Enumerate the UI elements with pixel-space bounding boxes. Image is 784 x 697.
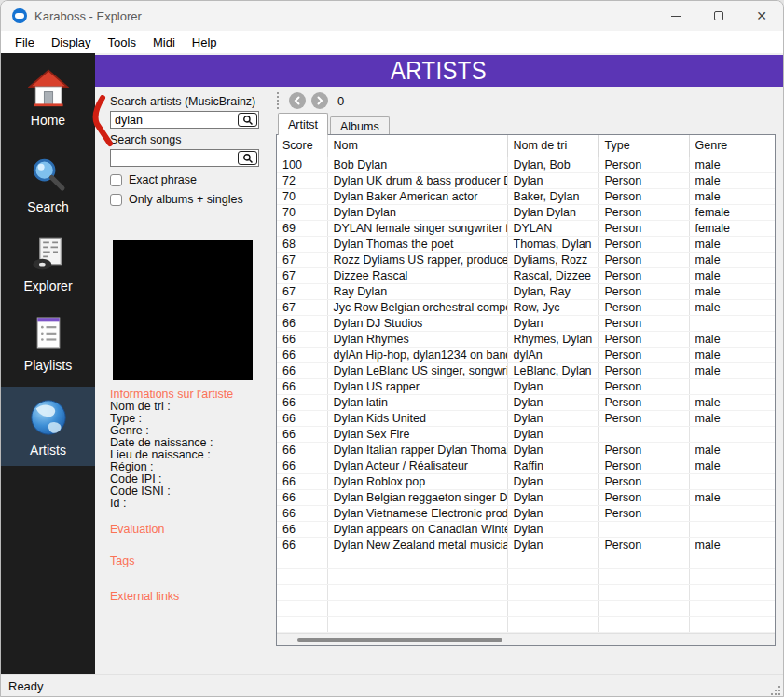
empty-row xyxy=(277,568,775,584)
tab-artist[interactable]: Artitst xyxy=(278,113,328,135)
menu-file[interactable]: File xyxy=(7,33,43,52)
table-row[interactable]: 68Dylan Thomas the poetThomas, DylanPers… xyxy=(277,236,775,252)
table-row[interactable]: 66Dylan appears on Canadian Winter's t..… xyxy=(277,521,775,537)
sidebar-item-label: Playlists xyxy=(24,358,72,373)
exact-phrase-checkbox[interactable] xyxy=(110,174,122,186)
info-field: Code ISNI : xyxy=(110,485,274,498)
search-artists-button[interactable] xyxy=(238,113,257,127)
status-text: Ready xyxy=(8,679,44,693)
sidebar: Home Search xyxy=(1,53,95,674)
search-artists-input[interactable] xyxy=(111,112,238,128)
status-bar: Ready xyxy=(1,674,783,697)
column-header-nom-de-tri[interactable]: Nom de tri xyxy=(507,135,598,157)
horizontal-scrollbar[interactable] xyxy=(277,633,775,645)
exact-phrase-option[interactable]: Exact phrase xyxy=(110,173,274,186)
back-button[interactable] xyxy=(289,92,306,109)
table-row[interactable]: 66Dylan Kids UnitedDylanPersonmale xyxy=(277,410,775,426)
table-row[interactable]: 66Dylan Sex FireDylan xyxy=(277,426,775,442)
column-header-nom[interactable]: Nom xyxy=(327,135,507,157)
menu-bar: File Display Tools Midi Help xyxy=(1,31,783,53)
empty-row xyxy=(277,584,775,600)
maximize-button[interactable] xyxy=(697,1,740,31)
evaluation-section-label: Evaluation xyxy=(110,523,274,536)
empty-row xyxy=(277,600,775,616)
results-toolbar: 0 xyxy=(276,89,776,113)
table-row[interactable]: 66Dylan Belgian reggaeton singer Dylan..… xyxy=(277,489,775,505)
table-row[interactable]: 66Dylan US rapperDylanPerson xyxy=(277,378,775,394)
search-artists-box xyxy=(110,111,259,129)
menu-help[interactable]: Help xyxy=(184,33,226,52)
tab-albums[interactable]: Albums xyxy=(330,116,390,135)
search-songs-button[interactable] xyxy=(238,151,257,165)
table-row[interactable]: 100Bob DylanDylan, BobPersonmale xyxy=(277,157,775,172)
table-header-row: Score Nom Nom de tri Type Genre xyxy=(277,135,775,157)
info-field: Id : xyxy=(110,498,274,510)
column-header-genre[interactable]: Genre xyxy=(689,135,775,157)
column-header-type[interactable]: Type xyxy=(598,135,689,157)
close-button[interactable]: ✕ xyxy=(740,1,783,31)
table-row[interactable]: 67Ray DylanDylan, RayPersonmale xyxy=(277,283,775,299)
sidebar-item-explorer[interactable]: Explorer xyxy=(1,223,95,302)
sidebar-item-playlists[interactable]: Playlists xyxy=(1,302,95,381)
results-tabs: Artitst Albums xyxy=(276,113,776,135)
tags-section-label: Tags xyxy=(110,554,274,567)
table-row[interactable]: 66Dylan New Zealand metal musicianDylanP… xyxy=(277,537,775,553)
table-row[interactable]: 67Dizzee RascalRascal, DizzeePersonmale xyxy=(277,267,775,283)
table-row[interactable]: 66Dylan Roblox popDylanPerson xyxy=(277,473,775,489)
toolbar-grip xyxy=(277,92,280,109)
search-artists-label: Search artists (MusicBrainz) xyxy=(110,95,274,108)
table-row[interactable]: 66Dylan Vietnamese Electronic producerDy… xyxy=(277,505,775,521)
playlists-icon xyxy=(27,311,70,354)
table-row[interactable]: 66Dylan LeBlanc US singer, songwriter ..… xyxy=(277,362,775,378)
exact-phrase-label: Exact phrase xyxy=(129,173,197,186)
menu-display[interactable]: Display xyxy=(43,33,100,52)
column-header-score[interactable]: Score xyxy=(277,135,327,157)
table-row[interactable]: 67Jyc Row Belgian orchestral composer...… xyxy=(277,299,775,315)
sidebar-item-home[interactable]: Home xyxy=(1,57,95,136)
artist-info-fields: Nom de tri : Type : Genre : Date de nais… xyxy=(110,401,274,510)
sidebar-item-artists[interactable]: Artists xyxy=(1,387,95,466)
only-albums-checkbox[interactable] xyxy=(110,194,122,206)
minimize-icon xyxy=(671,16,681,17)
app-window: Karaboss - Explorer ✕ File Display Tools… xyxy=(0,0,784,697)
empty-row xyxy=(277,553,775,568)
menu-midi[interactable]: Midi xyxy=(144,33,184,52)
resize-grip-icon[interactable] xyxy=(771,686,780,695)
search-songs-label: Search songs xyxy=(110,133,274,146)
app-logo-icon xyxy=(12,8,27,23)
search-songs-input[interactable] xyxy=(111,150,238,166)
window-title: Karaboss - Explorer xyxy=(34,9,142,23)
table-row[interactable]: 66Dylan Italian rapper Dylan Thomas Ce..… xyxy=(277,442,775,458)
menu-tools[interactable]: Tools xyxy=(100,33,144,52)
sidebar-item-search[interactable]: Search xyxy=(1,144,95,223)
results-panel: 0 Artitst Albums Sco xyxy=(274,87,783,674)
home-icon xyxy=(27,66,70,109)
table-row[interactable]: 66dylAn Hip-hop, dylan1234 on bandca...d… xyxy=(277,347,775,362)
table-row[interactable]: 66Dylan RhymesRhymes, DylanPersonmale xyxy=(277,331,775,347)
scrollbar-thumb[interactable] xyxy=(297,638,502,642)
only-albums-option[interactable]: Only albums + singles xyxy=(110,193,274,206)
forward-button[interactable] xyxy=(311,92,328,109)
table-row[interactable]: 70Dylan DylanDylan DylanPersonfemale xyxy=(277,204,775,220)
table-row[interactable]: 66Dylan DJ StudiosDylanPerson xyxy=(277,315,775,331)
artist-info-title: Informations sur l'artiste xyxy=(110,388,274,401)
table-row[interactable]: 66Dylan Acteur / RéalisateurRaffinPerson… xyxy=(277,458,775,473)
sidebar-item-label: Home xyxy=(31,113,65,128)
sidebar-item-label: Search xyxy=(27,199,68,214)
explorer-icon xyxy=(27,232,70,275)
table-row[interactable]: 72Dylan UK drum & bass producer Dyla...D… xyxy=(277,172,775,188)
globe-icon xyxy=(27,396,70,439)
title-bar: Karaboss - Explorer ✕ xyxy=(1,1,783,31)
sidebar-item-label: Explorer xyxy=(23,279,72,294)
table-row[interactable]: 69DYLAN female singer songwriter from ..… xyxy=(277,220,775,236)
table-row[interactable]: 67Rozz Dyliams US rapper, producerDyliam… xyxy=(277,252,775,267)
sidebar-item-label: Artists xyxy=(30,443,66,458)
maximize-icon xyxy=(714,11,723,20)
search-panel: Search artists (MusicBrainz) Search song… xyxy=(95,87,274,674)
search-songs-box xyxy=(110,149,259,167)
table-row[interactable]: 70Dylan Baker American actorBaker, Dylan… xyxy=(277,188,775,204)
table-row[interactable]: 66Dylan latinDylanPersonmale xyxy=(277,394,775,410)
external-links-section-label: External links xyxy=(110,590,274,603)
artists-table: Score Nom Nom de tri Type Genre 100Bob D… xyxy=(276,134,776,646)
minimize-button[interactable] xyxy=(654,1,697,31)
